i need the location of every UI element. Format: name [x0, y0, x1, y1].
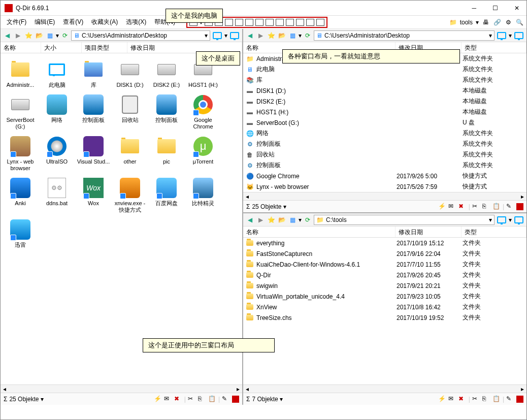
menu-file[interactable]: 文件(F): [4, 17, 29, 27]
back-button[interactable]: ◀: [245, 215, 254, 224]
desktop-item[interactable]: 网络: [39, 92, 75, 131]
copy-icon[interactable]: ⎘: [482, 395, 490, 403]
refresh-icon[interactable]: ⟳: [303, 31, 312, 40]
tools-label[interactable]: tools: [460, 19, 473, 26]
col-type[interactable]: 类型: [462, 42, 526, 53]
desktop-item[interactable]: WoxWox: [76, 176, 111, 214]
folder-open-icon[interactable]: 📂: [277, 215, 286, 224]
delete-icon[interactable]: ✖: [458, 395, 467, 403]
list-item[interactable]: FastStoneCapturecn2017/9/16 22:04文件夹: [243, 248, 526, 259]
layout-btn[interactable]: [286, 19, 294, 26]
fav-icon[interactable]: ⭐: [267, 215, 276, 224]
copy-icon[interactable]: ⎘: [198, 395, 206, 403]
list-item[interactable]: ▬DISK1 (D:)本地磁盘: [243, 85, 526, 96]
list-item[interactable]: Q-Dir2017/9/26 20:45文件夹: [243, 270, 526, 280]
mail-icon[interactable]: ✉: [448, 203, 456, 211]
address-dropdown[interactable]: ▾: [489, 32, 492, 39]
refresh-icon[interactable]: ⟳: [303, 215, 312, 224]
view-icon[interactable]: ▦: [45, 31, 54, 40]
desktop-item[interactable]: other: [112, 134, 148, 173]
forward-button[interactable]: ▶: [13, 31, 22, 40]
list-item[interactable]: ⚙控制面板系统文件夹: [243, 139, 526, 149]
view-dropdown[interactable]: ▾: [56, 32, 59, 39]
layout-btn[interactable]: [245, 19, 253, 26]
folder-open-icon[interactable]: 📂: [277, 31, 286, 40]
forward-button[interactable]: ▶: [256, 215, 265, 224]
back-button[interactable]: ◀: [3, 31, 12, 40]
monitor-icon[interactable]: [212, 31, 223, 40]
desktop-item[interactable]: 回收站: [112, 92, 148, 131]
refresh-icon[interactable]: ⟳: [60, 31, 70, 40]
delete-icon[interactable]: ✖: [174, 395, 182, 403]
desktop-item[interactable]: Administr...: [3, 57, 38, 89]
layout-btn[interactable]: [296, 19, 304, 26]
menu-view[interactable]: 查看(V): [60, 17, 86, 27]
desktop-item[interactable]: DISK2 (E:): [149, 57, 184, 89]
desktop-item[interactable]: xnview.exe - 快捷方式: [112, 176, 148, 214]
desktop-item[interactable]: Google Chrome: [185, 92, 221, 131]
list-item[interactable]: 📚库系统文件夹: [243, 75, 526, 85]
list-item[interactable]: 🐱Lynx - web browser2017/5/26 7:59快捷方式: [243, 181, 526, 192]
list-item[interactable]: 🌐网络系统文件夹: [243, 128, 526, 139]
monitor-icon[interactable]: [513, 31, 524, 40]
layout-btn[interactable]: [225, 19, 233, 26]
list-item[interactable]: VirtuaWin_portable_unicode_4.42017/9/23 …: [243, 291, 526, 302]
address-dropdown[interactable]: ▾: [489, 216, 492, 223]
forward-button[interactable]: ▶: [256, 31, 265, 40]
paste-icon[interactable]: 📋: [492, 395, 501, 403]
flash-icon[interactable]: ⚡: [438, 395, 446, 403]
menu-options[interactable]: 选项(X): [123, 17, 149, 27]
list-item[interactable]: 🔵Google Chrome2017/9/26 5:00快捷方式: [243, 171, 526, 181]
magnify-icon[interactable]: 🔍: [515, 18, 523, 26]
layout-btn[interactable]: [306, 19, 314, 26]
address-dropdown[interactable]: ▾: [205, 32, 208, 39]
pane3-listview[interactable]: everything2017/10/19 15:12文件夹FastStoneCa…: [243, 238, 526, 384]
menu-edit[interactable]: 编辑(E): [31, 17, 58, 27]
list-item[interactable]: 🗑回收站系统文件夹: [243, 149, 526, 160]
pane1-hscroll[interactable]: ◂▸: [1, 384, 242, 393]
desktop-item[interactable]: 此电脑: [39, 57, 75, 89]
copy-icon[interactable]: ⎘: [482, 203, 490, 211]
link-icon[interactable]: 🔗: [493, 18, 501, 26]
desktop-item[interactable]: ⚙⚙ddns.bat: [39, 176, 75, 214]
print-icon[interactable]: 🖶: [482, 18, 490, 26]
col-date[interactable]: 修改日期: [396, 227, 462, 237]
maximize-button[interactable]: ☐: [489, 5, 501, 12]
desktop-item[interactable]: Visual Stud...: [76, 134, 111, 173]
cut-icon[interactable]: ✂: [472, 395, 480, 403]
edit-icon[interactable]: ✎: [506, 395, 514, 403]
paste-icon[interactable]: 📋: [208, 395, 216, 403]
monitor-icon[interactable]: [229, 31, 240, 40]
list-item[interactable]: ▬DISK2 (E:)本地磁盘: [243, 96, 526, 107]
cut-icon[interactable]: ✂: [472, 203, 480, 211]
layout-btn[interactable]: [255, 19, 264, 26]
desktop-item[interactable]: 百度网盘: [149, 176, 184, 214]
col-name[interactable]: 名称: [243, 227, 396, 237]
app-icon[interactable]: [516, 203, 523, 210]
view-icon[interactable]: ▦: [288, 215, 297, 224]
address-bar[interactable]: 🖥 C:\Users\Administrator\Desktop ▾: [314, 30, 495, 41]
fav-icon[interactable]: ⭐: [24, 31, 33, 40]
edit-icon[interactable]: ✎: [506, 203, 514, 211]
fav-icon[interactable]: ⭐: [267, 31, 276, 40]
desktop-item[interactable]: Lynx - web browser: [3, 134, 38, 173]
minimize-button[interactable]: ─: [469, 5, 479, 12]
pane1-iconview[interactable]: Administr...此电脑库DISK1 (D:)DISK2 (E:)HGST…: [1, 53, 242, 384]
col-name[interactable]: 名称: [1, 42, 41, 53]
col-type[interactable]: 类型: [462, 227, 526, 237]
layout-btn[interactable]: [235, 19, 243, 26]
folder-open-icon[interactable]: 📂: [35, 31, 44, 40]
close-button[interactable]: ✕: [511, 5, 522, 12]
pane3-hscroll[interactable]: ◂▸: [243, 384, 526, 393]
list-item[interactable]: ⚙控制面板系统文件夹: [243, 160, 526, 171]
desktop-item[interactable]: 比特精灵: [185, 176, 221, 214]
desktop-item[interactable]: 控制面板: [76, 92, 111, 131]
desktop-item[interactable]: pic: [149, 134, 184, 173]
monitor-icon[interactable]: [496, 215, 507, 224]
app-icon[interactable]: [516, 396, 523, 403]
desktop-item[interactable]: UltraISO: [39, 134, 75, 173]
cut-icon[interactable]: ✂: [188, 395, 196, 403]
list-item[interactable]: everything2017/10/19 15:12文件夹: [243, 238, 526, 248]
address-bar[interactable]: 🖥 C:\Users\Administrator\Desktop ▾: [71, 30, 210, 41]
layout-btn[interactable]: [276, 19, 284, 26]
